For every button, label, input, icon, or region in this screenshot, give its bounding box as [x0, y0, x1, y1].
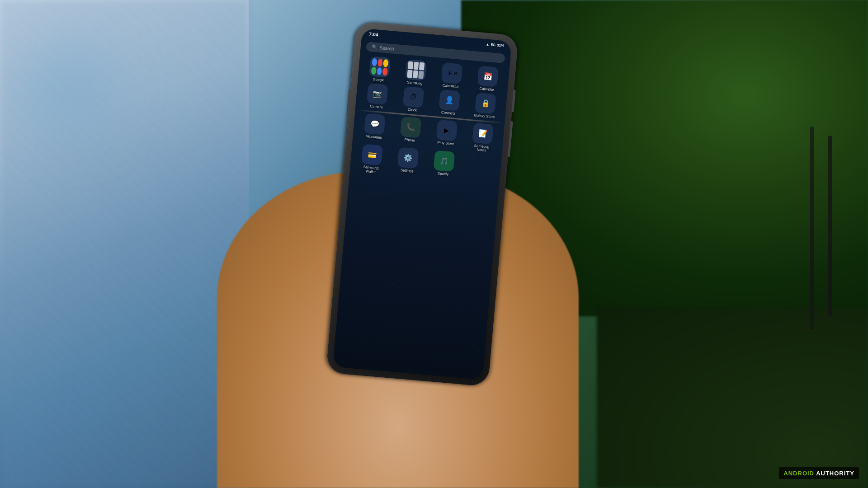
contacts-icon: 👤	[439, 89, 460, 111]
phone-device: 7:04 ▲ 5G 31% 🔍 Search	[326, 21, 519, 386]
samsung-folder-icon	[405, 59, 427, 81]
app-phone[interactable]: 📞 Phone	[392, 116, 429, 148]
background-foliage-bottom	[597, 307, 868, 488]
app-samsung-notes[interactable]: 📝 Samsung Notes	[464, 122, 501, 154]
play-store-symbol: ▶	[444, 127, 449, 134]
wallet-symbol: 💳	[367, 150, 377, 160]
clock-icon: ⏱	[403, 86, 425, 108]
status-time: 7:04	[369, 32, 378, 38]
spotify-icon: 🎵	[434, 150, 455, 172]
app-samsung-folder[interactable]: Samsung	[397, 59, 434, 87]
app-settings[interactable]: ⚙️ Settings	[389, 146, 426, 178]
app-spotify[interactable]: 🎵 Spotify	[425, 150, 462, 182]
status-icons: ▲ 5G 31%	[486, 42, 504, 48]
samsung-notes-icon: 📝	[472, 122, 494, 144]
app-play-store[interactable]: ▶ Play Store	[428, 119, 465, 151]
fence-bar-2	[810, 127, 814, 330]
calendar-symbol: 📅	[483, 72, 493, 81]
calculator-label: Calculator	[443, 84, 459, 89]
calculator-icon: ＋×	[441, 62, 463, 84]
samsung-notes-label: Samsung Notes	[469, 144, 494, 154]
calendar-label: Calendar	[479, 87, 494, 93]
settings-icon: ⚙️	[397, 147, 419, 169]
phone-icon: 📞	[400, 116, 422, 138]
app-empty-slot	[462, 153, 498, 185]
settings-label: Settings	[400, 169, 414, 174]
spotify-label: Spotify	[437, 172, 448, 177]
calendar-icon: 📅	[477, 66, 499, 87]
galaxy-store-icon: 🔒	[475, 93, 496, 114]
screen-bottom-half: 💬 Messages 📞 Phone ▶ Pl	[349, 111, 505, 186]
camera-icon: 📷	[367, 83, 388, 105]
app-galaxy-store[interactable]: 🔒 Galaxy Store	[467, 92, 504, 120]
google-label: Google	[373, 78, 384, 83]
camera-label: Camera	[370, 104, 383, 109]
app-samsung-wallet[interactable]: 💳 Samsung Wallet	[353, 143, 390, 175]
app-calendar[interactable]: 📅 Calendar	[469, 65, 506, 93]
app-contacts[interactable]: 👤 Contacts	[431, 89, 467, 117]
samsung-folder-label: Samsung	[407, 81, 422, 86]
app-calculator[interactable]: ＋× Calculator	[434, 62, 470, 90]
watermark: ANDROID AUTHORITY	[779, 467, 859, 479]
app-google[interactable]: Google	[361, 56, 398, 84]
settings-symbol: ⚙️	[403, 153, 413, 163]
camera-symbol: 📷	[373, 89, 382, 99]
samsung-wallet-label: Samsung Wallet	[358, 165, 383, 175]
samsung-notes-symbol: 📝	[478, 129, 488, 138]
phone-label: Phone	[404, 138, 415, 143]
messages-label: Messages	[365, 135, 382, 140]
battery-icon: 31%	[497, 43, 505, 48]
samsung-wallet-icon: 💳	[361, 144, 383, 166]
watermark-android: ANDROID	[783, 470, 814, 477]
messages-icon: 💬	[364, 113, 386, 135]
app-clock[interactable]: ⏱ Clock	[395, 85, 432, 113]
clock-label: Clock	[408, 108, 417, 113]
fence-bar-1	[828, 136, 832, 316]
phone-shell: 7:04 ▲ 5G 31% 🔍 Search	[326, 21, 519, 386]
wifi-icon: ▲	[486, 42, 490, 47]
watermark-brand-box: ANDROID AUTHORITY	[779, 467, 859, 479]
messages-symbol: 💬	[370, 119, 380, 129]
play-store-label: Play Store	[437, 141, 454, 146]
search-placeholder: Search	[379, 45, 394, 52]
watermark-authority: AUTHORITY	[816, 470, 854, 477]
search-icon: 🔍	[371, 44, 377, 50]
phone-symbol: 📞	[406, 122, 416, 132]
galaxy-store-symbol: 🔒	[481, 99, 491, 108]
play-store-icon: ▶	[436, 119, 458, 141]
spotify-symbol: 🎵	[439, 156, 449, 166]
google-icon	[369, 56, 391, 78]
app-messages[interactable]: 💬 Messages	[356, 113, 392, 145]
camera-notch	[418, 33, 455, 45]
app-camera[interactable]: 📷 Camera	[359, 82, 396, 110]
signal-icon: 5G	[491, 42, 495, 47]
watermark-text: ANDROID AUTHORITY	[783, 470, 854, 477]
contacts-symbol: 👤	[444, 95, 454, 105]
contacts-label: Contacts	[441, 111, 456, 116]
galaxy-store-label: Galaxy Store	[474, 114, 495, 120]
calculator-symbol: ＋×	[446, 68, 458, 79]
phone-screen: 7:04 ▲ 5G 31% 🔍 Search	[333, 28, 512, 380]
bokeh-effect-1	[23, 45, 113, 136]
clock-symbol: ⏱	[410, 93, 418, 101]
